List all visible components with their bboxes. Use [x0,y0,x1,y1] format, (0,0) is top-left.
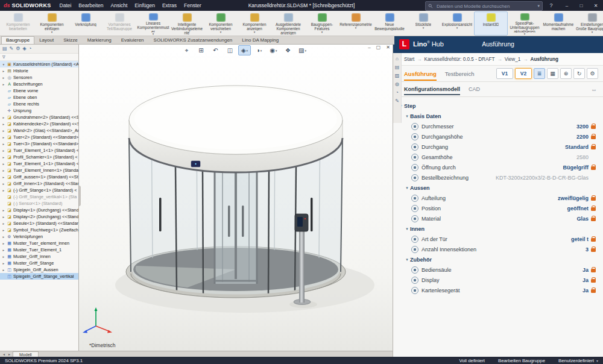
tree-item[interactable]: ▸◪Display<1> (Durchgang) <<Standar [0,207,78,213]
config-group-row[interactable]: ▾Innen [393,224,603,234]
expand-arrow-icon[interactable]: ▸ [2,83,5,86]
collapse-caret-icon[interactable]: ▾ [404,186,410,190]
expand-arrow-icon[interactable]: ▸ [2,129,5,133]
doc-minimize-button[interactable]: – [368,45,370,50]
dropdown-arrow-icon[interactable]: ▾ [524,33,526,35]
list-view-icon[interactable]: ≣ [534,68,545,79]
breadcrumb-item[interactable]: Ausführung [531,57,558,62]
view-palette-icon[interactable]: ◍ [395,82,399,87]
tree-item[interactable]: ▸◪Grundrahmen<2> (Standard) <<Sta [0,114,78,121]
tree-item[interactable]: ▸◪Griff_innen<1> (Standard) <<Stand [0,180,78,187]
expand-arrow-icon[interactable]: ▸ [2,242,5,245]
featuremanager-tab-icon[interactable]: ▤ [2,46,7,51]
3d-model-revolving-door[interactable] [79,44,393,351]
edit-appearance-icon[interactable]: ❖ [282,45,294,55]
expand-arrow-icon[interactable]: ▸ [2,76,5,80]
tab-scroll-right-icon[interactable]: ▸ [7,352,11,356]
scene-icon[interactable]: ▨▾ [296,45,309,55]
menu-item[interactable]: Fenster [180,1,205,10]
tree-item[interactable]: ▸ABeschriftungen [0,81,78,87]
doc-close-button[interactable]: ✕ [386,45,390,50]
dropdown-arrow-icon[interactable]: ▾ [51,31,53,33]
dimxpertmanager-tab-icon[interactable]: ◈ [22,46,26,51]
commandmanager-tab[interactable]: SOLIDWORKS Zusatzanwendungen [149,36,238,44]
expand-arrow-icon[interactable]: ▸ [2,136,5,139]
expand-arrow-icon[interactable]: ▸ [2,209,5,212]
view-orientation-icon[interactable]: ◈▾ [238,45,251,55]
tree-item[interactable]: ▸◪Display<2> (Durchgang) <<Standar [0,213,78,220]
menu-item[interactable]: Extras [159,1,180,10]
home-icon[interactable]: ⌂ [396,57,399,61]
outer-door-handle[interactable] [159,198,162,231]
dropdown-arrow-icon[interactable]: ▾ [220,31,222,33]
tab-scroll-left-icon[interactable]: ◂ [2,352,6,356]
collapse-caret-icon[interactable]: ▾ [404,114,410,119]
tree-item[interactable]: ▸◎Sensoren [0,74,78,81]
tree-item[interactable]: ▸◪Tuer_Element_1<1> (Standard) < [0,160,78,167]
tree-item[interactable]: ▸◪Tuer_Element_1<1> (Standard) < [0,147,78,154]
config-field-row[interactable]: DurchgangStandard [393,142,603,152]
tree-item[interactable]: ✛Ursprung [0,107,78,114]
tree-item[interactable]: ▸◪Tuer_Element_Innen<1> (Standard) [0,167,78,174]
expand-arrow-icon[interactable]: ▸ [2,235,5,239]
dropdown-arrow-icon[interactable]: ▾ [254,31,256,33]
displaymanager-tab-icon[interactable]: ◔ [29,46,32,51]
expand-arrow-icon[interactable]: ▸ [2,116,5,119]
tree-filter[interactable]: ∇ [0,54,78,61]
tree-item[interactable]: ▸▦Muster_Griff_innen [0,253,78,260]
commandmanager-tab[interactable]: Baugruppe [1,36,34,44]
breadcrumb-item[interactable]: Start [404,57,414,62]
collapse-caret-icon[interactable]: ▾ [404,257,410,262]
ribbon-button[interactable]: Momentaufnahme machen [541,11,575,36]
appearances-icon[interactable]: ◔ [396,90,399,95]
graphics-area[interactable]: ⌖⊞↶◫◈▾◑▾◉▾❖▨▾ –▢✕ [79,44,393,351]
config-field-row[interactable]: MaterialGlas [393,213,603,224]
config-field-row[interactable]: Anzahl Innensektionen3 [393,244,603,254]
ribbon-button[interactable]: Explosionsansicht▾ [440,11,474,36]
dropdown-arrow-icon[interactable]: ▾ [456,27,458,29]
minimize-button[interactable]: – [560,0,574,11]
expand-arrow-icon[interactable]: ▸ [2,248,5,252]
tree-item[interactable]: ▸◪Seeule<1> (Standard) <<Standard> [0,220,78,227]
dropdown-arrow-icon[interactable]: ▾ [247,49,248,52]
ribbon-button[interactable]: Verknüpfung [69,11,103,36]
card-view-icon[interactable]: ▦ [547,68,558,79]
breadcrumb-item[interactable]: Karusselldrehtür: 0.0.5 - DRAFT [424,57,494,62]
version-button-v1[interactable]: V1 [496,68,513,79]
expand-arrow-icon[interactable]: ▸ [2,155,5,159]
ribbon-button[interactable]: Referenzgeometrie▾ [339,11,373,36]
previous-view-icon[interactable]: ↶ [209,45,222,55]
expand-arrow-icon[interactable]: ▸ [2,175,5,179]
ribbon-button[interactable]: Komponenten einfügen▾ [35,11,69,36]
ribbon-button[interactable]: Stückliste▾ [406,11,440,36]
config-field-row[interactable]: Durchmesser3200 [393,121,603,131]
tree-item[interactable]: ▱Ebene oben [0,94,78,101]
tree-item[interactable]: ▸◪Symbol_Fluchtweg<1> (Zweifach_F [0,227,78,233]
dropdown-arrow-icon[interactable]: ▾ [355,27,357,29]
lino-tab[interactable]: Ausführung [404,67,437,81]
config-field-row[interactable]: Gesamthöhe2580 [393,152,603,162]
display-style-icon[interactable]: ◑▾ [253,45,265,55]
dropdown-arrow-icon[interactable]: ▾ [321,31,323,33]
collapse-caret-icon[interactable]: ▾ [404,227,410,231]
config-field-row[interactable]: Öffnung durchBügelgriff [393,162,603,172]
propertymanager-tab-icon[interactable]: ✎ [10,46,14,51]
canopy[interactable] [129,86,343,172]
expand-arrow-icon[interactable]: ▸ [2,122,5,126]
dropdown-arrow-icon[interactable]: ▾ [596,359,598,363]
design-library-icon[interactable]: ▤ [395,65,400,70]
search-input[interactable] [435,3,535,10]
ribbon-button[interactable]: Einstellungen Große Baugruppen▾ [575,11,603,36]
commandmanager-tab[interactable]: Evaluieren [116,36,149,44]
tree-item[interactable]: ◫Spiegeln_Griff_Stange_vertikal [0,273,78,280]
expand-arrow-icon[interactable]: ▸ [2,215,5,219]
tree-item[interactable]: ▸▦Muster_Tuer_element_innen [0,240,78,246]
zoom-area-icon[interactable]: ⊞ [195,45,207,55]
maximize-button[interactable]: □ [574,0,589,11]
menu-item[interactable]: Bearbeiten [75,1,107,10]
ribbon-button[interactable]: Komponenten anzeigen▾ [238,11,271,36]
config-field-row[interactable]: DisplayJa [393,275,603,285]
ribbon-button[interactable]: Komponenten verschieben▾ [204,11,238,36]
lino-subtab[interactable]: CAD [469,83,480,95]
dropdown-arrow-icon[interactable]: ▾ [153,33,154,35]
